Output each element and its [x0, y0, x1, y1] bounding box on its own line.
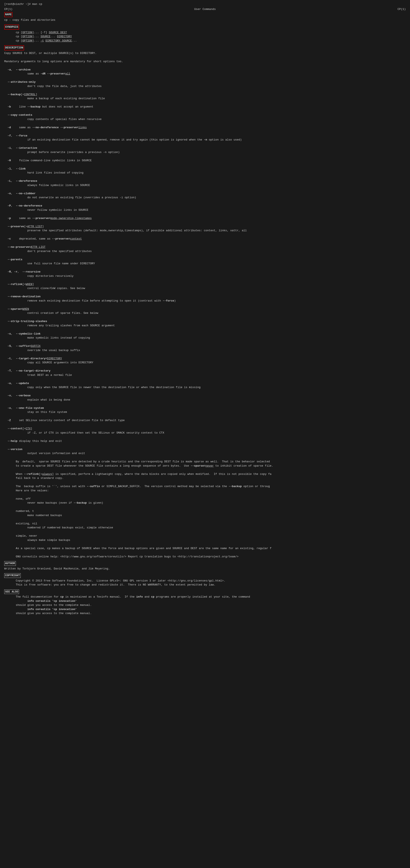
option-no-clobber: -n, --no-clobber do not overwrite an exi… [4, 191, 406, 200]
para-simple: simple, never always make simple backups [4, 534, 406, 542]
description-intro: Copy SOURCE to DEST, or multiple SOURCE(… [4, 51, 406, 56]
section-synopsis: SYNOPSIS cp [OPTION]... [-T] SOURCE DEST… [4, 25, 406, 43]
option-no-dereference: -P, --no-dereference never follow symbol… [4, 204, 406, 212]
name-label: NAME [4, 12, 406, 18]
terminal-window: [root@xiezhr ~]# man cp CP(1) User Comma… [4, 2, 406, 616]
option-copy-contents: --copy-contents copy contents of special… [4, 113, 406, 121]
section-name: NAME cp - copy files and directories [4, 12, 406, 22]
see-also-end: should give you access to the complete m… [4, 611, 406, 616]
option-verbose: -v, --verbose explain what is being done [4, 394, 406, 402]
author-content: Written by Torbjorn Granlund, David MacK… [4, 567, 406, 571]
section-author: AUTHOR Written by Torbjorn Granlund, Dav… [4, 561, 406, 571]
see-also-content: The full documentation for cp is maintai… [4, 595, 406, 599]
para-gnu-online: GNU coreutils online help: <http://www.g… [4, 555, 406, 559]
option-one-file-system: -x, --one-file-system stay on this file … [4, 406, 406, 414]
option-interactive: -i, --interactive prompt before overwrit… [4, 146, 406, 154]
see-also-label: SEE ALSO [4, 590, 406, 595]
synopsis-line-3: cp [OPTION]... -t DIRECTORY SOURCE... [4, 39, 406, 43]
para-special-case: As a special case, cp makes a backup of … [4, 546, 406, 551]
option-archive: -a, --archive same as -dR --preserve=all [4, 68, 406, 76]
option-link: -l, --link hard link files instead of co… [4, 167, 406, 175]
option-no-target-directory: -T, --no-target-directory treat DEST as … [4, 369, 406, 377]
option-context: --context[=CTX] if -Z, or if CTX is spec… [4, 427, 406, 435]
synopsis-line-2: cp [OPTION]... SOURCE... DIRECTORY [4, 34, 406, 39]
option-backup: --backup[=CONTROL] make a backup of each… [4, 92, 406, 101]
author-label: AUTHOR [4, 561, 406, 567]
option-target-directory: -t, --target-directory=DIRECTORY copy al… [4, 356, 406, 365]
option-version: --version output version information and… [4, 447, 406, 456]
option-preserve: --preserve[=ATTR_LIST] preserve the spec… [4, 224, 406, 233]
para-existing: existing, nil numbered if numbered backu… [4, 522, 406, 530]
option-H: -H follow command-line symbolic links in… [4, 158, 406, 163]
option-c: -c deprecated, same as --preserve=contex… [4, 237, 406, 241]
para-none-off: none, off never make backups (even if --… [4, 497, 406, 505]
option-symbolic-link: -s, --symbolic-link make symbolic links … [4, 332, 406, 340]
option-recursive: -R, -r, --recursive copy directories rec… [4, 270, 406, 278]
see-also-mid: should give you access to the complete m… [4, 603, 406, 611]
option-force: -f, --force if an existing destination f… [4, 134, 406, 142]
section-copyright: COPYRIGHT Copyright © 2013 Free Software… [4, 573, 406, 587]
section-description: DESCRIPTION Copy SOURCE to DEST, or mult… [4, 45, 406, 559]
header-title-line: CP(1) User Commands CP(1) [4, 7, 406, 11]
option-no-preserve: --no-preserve=ATTR_LIST don't preserve t… [4, 245, 406, 253]
synopsis-line-1: cp [OPTION]... [-T] SOURCE DEST [4, 30, 406, 35]
option-attributes-only: --attributes-only don't copy the file da… [4, 80, 406, 88]
man-title-right: CP(1) [398, 7, 406, 11]
option-suffix: -S, --suffix=SUFFIX override the usual b… [4, 344, 406, 352]
option-parents: --parents use full source file name unde… [4, 257, 406, 266]
man-title-center: User Commands [194, 7, 216, 11]
name-content: cp - copy files and directories [4, 18, 406, 22]
option-b: -b like --backup but does not accept an … [4, 105, 406, 109]
option-strip-trailing-slashes: --strip-trailing-slashes remove any trai… [4, 319, 406, 328]
see-also-command1: info coreutils 'cp invocation' [4, 599, 406, 603]
synopsis-label: SYNOPSIS [4, 25, 406, 30]
option-p: -p same as --preserve=mode,ownership,tim… [4, 216, 406, 220]
option-Z: -Z set SELinux security context of desti… [4, 418, 406, 423]
description-label: DESCRIPTION [4, 45, 406, 51]
option-help: --help display this help and exit [4, 439, 406, 443]
copyright-content: Copyright © 2013 Free Software Foundatio… [4, 579, 406, 587]
section-see-also: SEE ALSO The full documentation for cp i… [4, 590, 406, 616]
description-mandatory: Mandatory arguments to long options are … [4, 59, 406, 64]
option-remove-destination: --remove-destination remove each existin… [4, 294, 406, 303]
option-reflink: --reflink[=WHEN] control clone/CoW copie… [4, 282, 406, 290]
option-dereference: -L, --dereference always follow symbolic… [4, 179, 406, 187]
prompt-text: [root@xiezhr ~]# man cp [4, 2, 42, 6]
copyright-label: COPYRIGHT [4, 573, 406, 579]
option-d: -d same as --no-dereference --preserve=l… [4, 125, 406, 130]
para-reflink: When --reflink[=always] is specified, pe… [4, 472, 406, 480]
option-sparse: --sparse=WHEN control creation of sparse… [4, 307, 406, 315]
para-sparse: By default, sparse SOURCE files are dete… [4, 460, 406, 468]
man-title-left: CP(1) [4, 7, 12, 11]
option-update: -u, --update copy only when the SOURCE f… [4, 381, 406, 390]
para-backup-suffix: The backup suffix is '`', unless set wit… [4, 484, 406, 493]
para-numbered: numbered, t make numbered backups [4, 509, 406, 517]
header-prompt-line: [root@xiezhr ~]# man cp [4, 2, 406, 6]
